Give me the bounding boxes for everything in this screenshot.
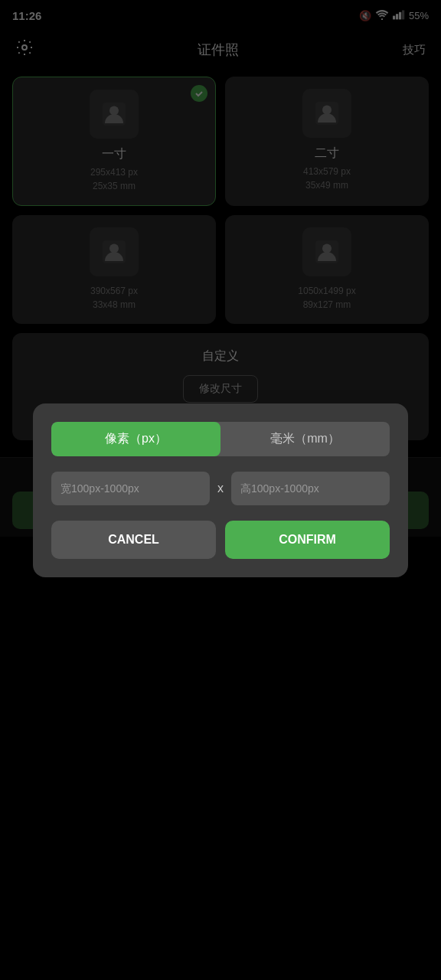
tab-pixel[interactable]: 像素（px） xyxy=(51,422,220,456)
modal-actions: CANCEL CONFIRM xyxy=(51,521,390,559)
modal-inputs: x xyxy=(51,472,390,505)
separator: x xyxy=(217,482,224,495)
modal-box: 像素（px） 毫米（mm） x CANCEL CONFIRM xyxy=(33,403,408,577)
width-input[interactable] xyxy=(51,472,210,505)
cancel-button[interactable]: CANCEL xyxy=(51,521,216,559)
modal-tabs: 像素（px） 毫米（mm） xyxy=(51,422,390,456)
modal-overlay[interactable]: 像素（px） 毫米（mm） x CANCEL CONFIRM xyxy=(0,0,441,980)
tab-mm[interactable]: 毫米（mm） xyxy=(220,422,390,456)
height-input[interactable] xyxy=(231,472,390,505)
confirm-button[interactable]: CONFIRM xyxy=(225,521,390,559)
